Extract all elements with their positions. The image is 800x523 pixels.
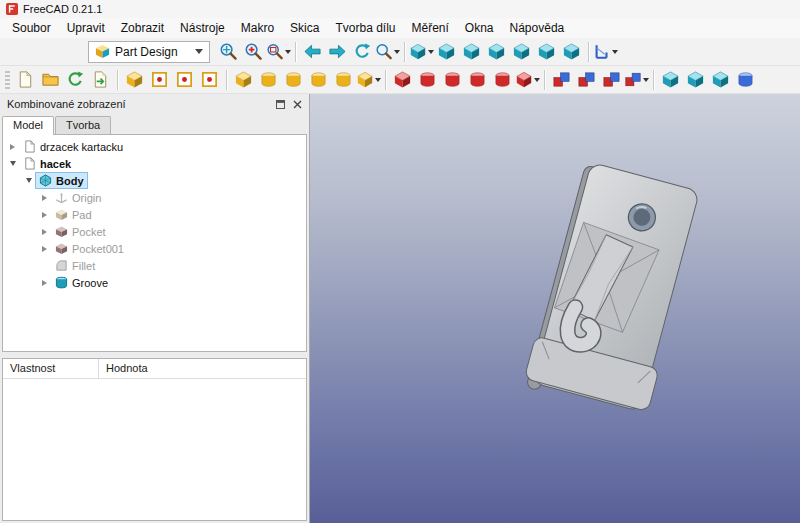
part-design-toolbar-buttons <box>13 68 758 92</box>
tree-item-content[interactable]: Pad <box>51 206 96 223</box>
menu-item-upravit[interactable]: Upravit <box>59 19 113 37</box>
toolbar-separator <box>226 70 227 90</box>
linear-pattern-icon[interactable] <box>574 68 599 92</box>
menu-item-tvorba-dilu[interactable]: Tvorba dílu <box>327 19 403 37</box>
top-view-icon[interactable] <box>459 40 484 64</box>
subtractive-pipe-icon[interactable] <box>490 68 515 92</box>
tree-item-content[interactable]: Fillet <box>51 257 99 274</box>
tree-item-content[interactable]: Pocket001 <box>51 240 128 257</box>
menu-item-soubor[interactable]: Soubor <box>4 19 59 37</box>
rear-view-icon[interactable] <box>509 40 534 64</box>
float-panel-button[interactable] <box>273 97 288 112</box>
collapse-arrow-icon[interactable] <box>6 161 19 166</box>
menu-item-skica[interactable]: Skica <box>282 19 327 37</box>
zoom-in-icon[interactable] <box>241 40 266 64</box>
menu-item-napoveda[interactable]: Nápověda <box>502 19 573 37</box>
fit-all-icon[interactable] <box>216 40 241 64</box>
expand-arrow-icon[interactable] <box>38 229 51 235</box>
draft-icon[interactable] <box>708 68 733 92</box>
create-body-icon[interactable] <box>122 68 147 92</box>
additive-pipe-icon[interactable] <box>306 68 331 92</box>
additive-primitive-icon[interactable] <box>356 68 381 92</box>
property-column-vlastnost[interactable]: Vlastnost <box>3 359 99 378</box>
toolbar-separator <box>544 70 545 90</box>
tree-item-drzacek-kartacku[interactable]: drzacek kartacku <box>3 138 306 155</box>
menu-item-mereni[interactable]: Měření <box>403 19 456 37</box>
tree-item-label: Pocket <box>72 226 106 238</box>
tree-item-content[interactable]: drzacek kartacku <box>19 138 127 155</box>
tab-tvorba[interactable]: Tvorba <box>55 116 111 134</box>
tree-item-origin[interactable]: Origin <box>3 189 306 206</box>
create-sketch-icon[interactable] <box>147 68 172 92</box>
revolve-icon[interactable] <box>256 68 281 92</box>
additive-loft-icon[interactable] <box>281 68 306 92</box>
tree-item-pocket[interactable]: Pocket <box>3 223 306 240</box>
tree-item-content[interactable]: hacek <box>19 155 75 172</box>
menu-item-nastroje[interactable]: Nástroje <box>172 19 233 37</box>
menu-item-okna[interactable]: Okna <box>457 19 502 37</box>
viewport-3d[interactable] <box>310 94 800 523</box>
left-view-icon[interactable] <box>559 40 584 64</box>
model-hacek[interactable] <box>310 94 800 523</box>
toolbar-separator <box>385 70 386 90</box>
mirrored-icon[interactable] <box>549 68 574 92</box>
document-icon <box>23 157 36 170</box>
multitransform-icon[interactable] <box>624 68 649 92</box>
bottom-view-icon[interactable] <box>534 40 559 64</box>
tree-item-pocket001[interactable]: Pocket001 <box>3 240 306 257</box>
expand-arrow-icon[interactable] <box>38 246 51 252</box>
property-list <box>3 379 306 520</box>
map-sketch-icon[interactable] <box>197 68 222 92</box>
tab-model[interactable]: Model <box>2 116 54 135</box>
edit-sketch-icon[interactable] <box>172 68 197 92</box>
open-document-icon[interactable] <box>38 68 63 92</box>
dropdown-arrow-icon <box>375 78 381 82</box>
expand-arrow-icon[interactable] <box>38 280 51 286</box>
measure-icon[interactable] <box>593 40 618 64</box>
orbit-view-icon[interactable] <box>350 40 375 64</box>
new-document-icon[interactable] <box>13 68 38 92</box>
groove-icon[interactable] <box>440 68 465 92</box>
menu-item-makro[interactable]: Makro <box>233 19 282 37</box>
pocket-icon[interactable] <box>390 68 415 92</box>
tree-item-content[interactable]: Body <box>35 172 88 189</box>
fillet-icon[interactable] <box>658 68 683 92</box>
menu-item-zobrazit[interactable]: Zobrazit <box>113 19 172 37</box>
subtractive-primitive-icon[interactable] <box>515 68 540 92</box>
zoom-selection-icon[interactable] <box>266 40 291 64</box>
property-column-hodnota[interactable]: Hodnota <box>99 359 306 378</box>
right-view-icon[interactable] <box>484 40 509 64</box>
tree-item-content[interactable]: Origin <box>51 189 105 206</box>
navigate-forward-icon[interactable] <box>325 40 350 64</box>
tree-item-groove[interactable]: Groove <box>3 274 306 291</box>
workbench-selector[interactable]: Part Design <box>88 41 210 63</box>
refresh-icon[interactable] <box>63 68 88 92</box>
tree-item-body[interactable]: Body <box>3 172 306 189</box>
freecad-window: FreeCAD 0.21.1 Soubor Upravit Zobrazit N… <box>0 0 800 523</box>
expand-arrow-icon[interactable] <box>6 144 19 150</box>
zoom-tools-icon[interactable] <box>375 40 400 64</box>
expand-arrow-icon[interactable] <box>38 212 51 218</box>
hole-icon[interactable] <box>415 68 440 92</box>
axonometric-view-icon[interactable] <box>409 40 434 64</box>
collapse-arrow-icon[interactable] <box>22 178 35 183</box>
toolbar-separator <box>117 70 118 90</box>
polar-pattern-icon[interactable] <box>599 68 624 92</box>
chamfer-icon[interactable] <box>683 68 708 92</box>
toolbar-grip[interactable] <box>5 71 10 89</box>
tree-item-content[interactable]: Groove <box>51 274 112 291</box>
front-view-icon[interactable] <box>434 40 459 64</box>
boolean-icon[interactable] <box>733 68 758 92</box>
tree-item-pad[interactable]: Pad <box>3 206 306 223</box>
tree-item-hacek[interactable]: hacek <box>3 155 306 172</box>
additive-helix-icon[interactable] <box>331 68 356 92</box>
pad-icon[interactable] <box>231 68 256 92</box>
tree-item-label: Fillet <box>72 260 95 272</box>
tree-item-content[interactable]: Pocket <box>51 223 110 240</box>
export-icon[interactable] <box>88 68 113 92</box>
navigate-back-icon[interactable] <box>300 40 325 64</box>
close-panel-button[interactable] <box>290 97 305 112</box>
expand-arrow-icon[interactable] <box>38 195 51 201</box>
tree-item-fillet[interactable]: Fillet <box>3 257 306 274</box>
subtractive-loft-icon[interactable] <box>465 68 490 92</box>
